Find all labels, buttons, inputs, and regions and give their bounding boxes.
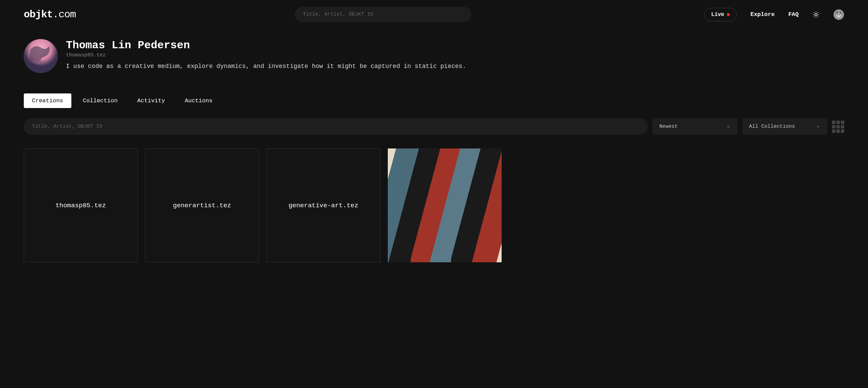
profile-name: Thomas Lin Pedersen	[66, 39, 844, 52]
logo[interactable]: objkt.com	[24, 9, 76, 20]
card-item[interactable]: thomasp85.tez	[24, 148, 138, 262]
card-item[interactable]: generartist.tez	[145, 148, 259, 262]
sun-icon[interactable]	[812, 11, 820, 18]
search-input[interactable]	[295, 7, 471, 22]
card-artwork[interactable]	[388, 148, 502, 262]
collection-dropdown[interactable]: All Collections	[742, 118, 827, 135]
collection-label: All Collections	[749, 124, 795, 129]
faq-link[interactable]: FAQ	[788, 11, 799, 18]
profile-bio: I use code as a creative medium, explore…	[66, 62, 844, 71]
filter-search-input[interactable]	[24, 118, 648, 135]
nav-right: Live Explore FAQ	[704, 8, 844, 21]
tab-creations[interactable]: Creations	[24, 93, 71, 108]
logo-suffix: .com	[53, 9, 76, 20]
logo-main: objkt	[24, 9, 53, 20]
user-avatar[interactable]	[833, 9, 844, 20]
card-label: generartist.tez	[173, 202, 231, 209]
card-label: generative-art.tez	[289, 202, 358, 209]
svg-point-13	[837, 14, 838, 15]
svg-line-3	[814, 12, 814, 13]
live-button[interactable]: Live	[704, 8, 737, 21]
svg-line-8	[818, 12, 818, 13]
tabs: Creations Collection Activity Auctions	[0, 83, 868, 111]
svg-point-12	[836, 13, 841, 17]
chevron-down-icon	[726, 124, 731, 129]
profile-handle: thomasp85.tez	[66, 52, 844, 58]
sort-dropdown[interactable]: Newest	[653, 118, 737, 135]
profile-section: Thomas Lin Pedersen thomasp85.tez I use …	[0, 29, 868, 83]
chevron-down-icon	[816, 124, 820, 129]
svg-point-0	[815, 13, 817, 16]
grid-view-icon[interactable]	[832, 121, 844, 133]
profile-info: Thomas Lin Pedersen thomasp85.tez I use …	[66, 39, 844, 71]
svg-line-7	[814, 16, 814, 17]
cards-grid: thomasp85.tez generartist.tez generative…	[0, 142, 868, 269]
header: objkt.com Live Explore FAQ	[0, 0, 868, 29]
card-label: thomasp85.tez	[55, 202, 106, 209]
svg-line-4	[818, 16, 818, 17]
profile-avatar[interactable]	[24, 39, 58, 73]
explore-link[interactable]: Explore	[750, 11, 775, 18]
sort-label: Newest	[659, 124, 678, 129]
tab-collection[interactable]: Collection	[75, 93, 126, 108]
live-label: Live	[711, 12, 724, 18]
tab-auctions[interactable]: Auctions	[176, 93, 221, 108]
tab-activity[interactable]: Activity	[129, 93, 173, 108]
svg-point-14	[839, 14, 840, 15]
live-indicator-icon	[727, 13, 730, 16]
filter-row: Newest All Collections	[0, 111, 868, 142]
card-item[interactable]: generative-art.tez	[266, 148, 380, 262]
